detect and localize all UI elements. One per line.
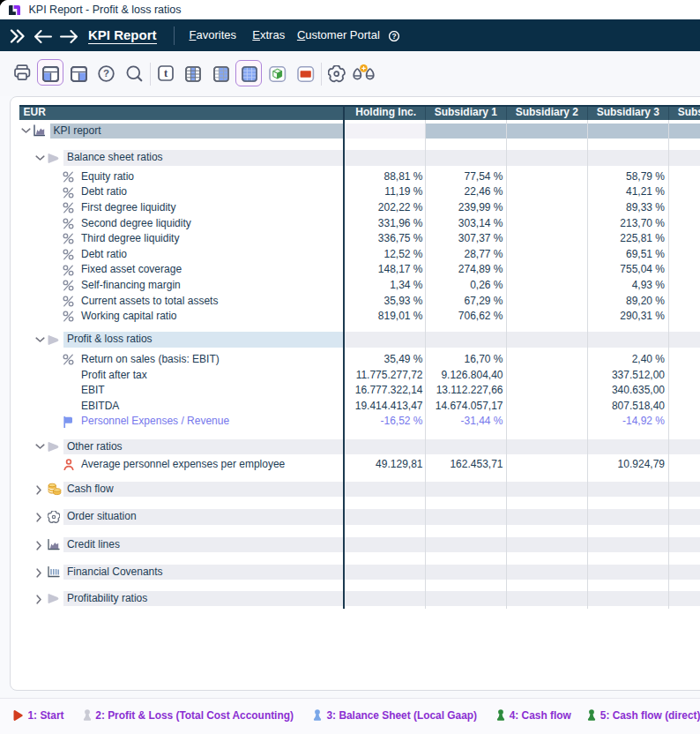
svg-text:?: ? [391,32,396,41]
svg-text:?: ? [103,68,109,79]
